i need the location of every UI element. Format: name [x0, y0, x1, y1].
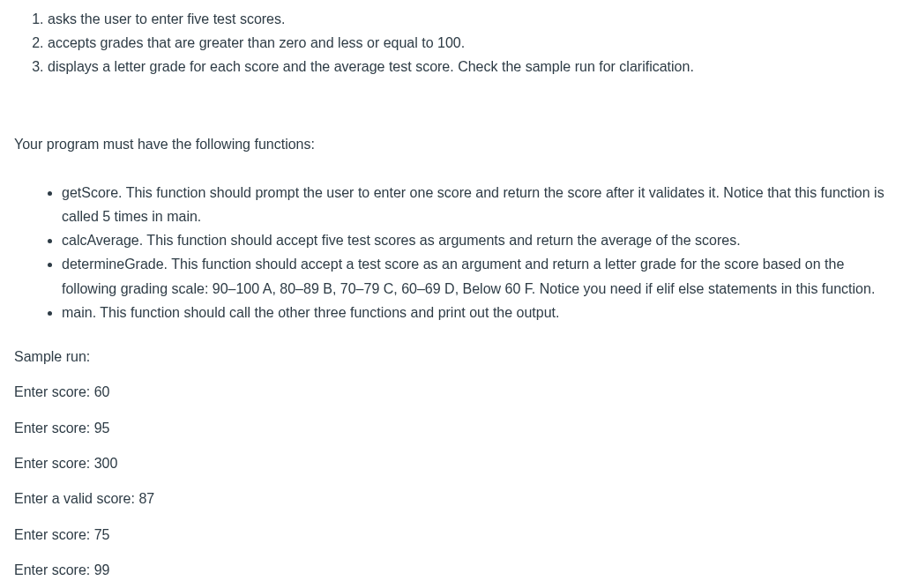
function-item: determineGrade. This function should acc… [62, 252, 889, 300]
function-item: getScore. This function should prompt th… [62, 181, 889, 228]
requirements-list: asks the user to enter five test scores.… [14, 7, 889, 79]
sample-run-line: Enter score: 75 [14, 525, 889, 545]
requirement-item: accepts grades that are greater than zer… [48, 31, 889, 55]
functions-list: getScore. This function should prompt th… [14, 181, 889, 324]
functions-intro: Your program must have the following fun… [14, 132, 889, 156]
sample-run-line: Enter score: 300 [14, 454, 889, 473]
document-content: asks the user to enter five test scores.… [0, 0, 903, 588]
sample-run-label: Sample run: [14, 347, 889, 367]
sample-run-block: Sample run: Enter score: 60 Enter score:… [14, 347, 889, 581]
function-item: main. This function should call the othe… [62, 301, 889, 324]
requirement-item: displays a letter grade for each score a… [48, 55, 889, 78]
sample-run-line: Enter score: 60 [14, 383, 889, 402]
sample-run-line: Enter score: 95 [14, 419, 889, 438]
sample-run-line: Enter a valid score: 87 [14, 489, 889, 509]
requirement-item: asks the user to enter five test scores. [48, 7, 889, 31]
function-item: calcAverage. This function should accept… [62, 228, 889, 252]
sample-run-line: Enter score: 99 [14, 561, 889, 580]
